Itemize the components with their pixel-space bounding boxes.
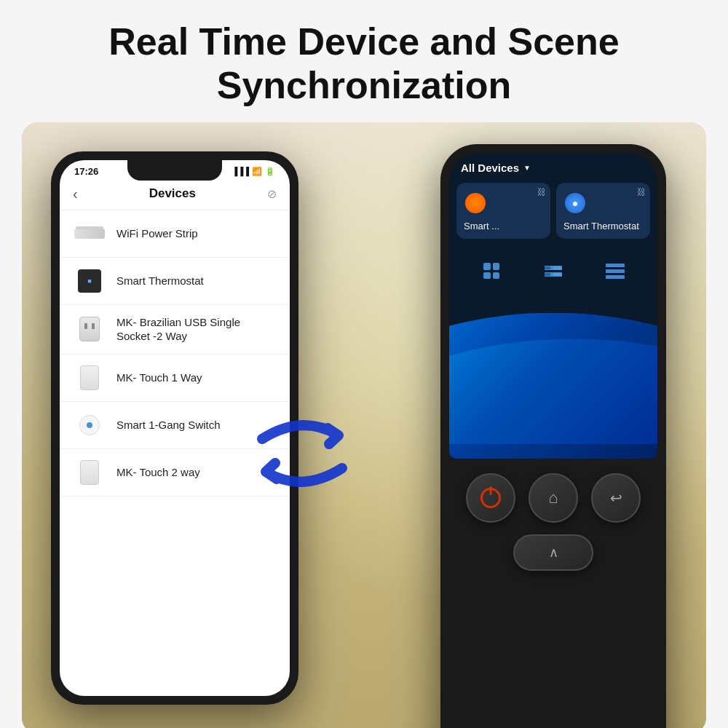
remote-buttons-area: ⌂ ↩ ∧: [449, 459, 657, 578]
list-item[interactable]: ■ Smart Thermostat: [60, 258, 290, 305]
list-item[interactable]: MK- Brazilian USB Single Socket -2 Way: [60, 305, 290, 355]
remote-header[interactable]: All Devices ▼: [449, 153, 657, 180]
strip-icon: [74, 229, 105, 239]
nav-pad[interactable]: ∧: [513, 534, 593, 571]
main-content-area: 17:26 ▐▐▐ 📶 🔋 ‹ Devices ⊘: [22, 122, 706, 728]
list-item[interactable]: WiFi Power Strip: [60, 210, 290, 258]
all-devices-label: All Devices: [461, 162, 519, 174]
back-icon: ↩: [610, 489, 622, 507]
list-nav-icon[interactable]: [539, 261, 567, 281]
device-cards: ⛓ Smart ... ⛓ ● Smart Thermostat: [449, 180, 657, 247]
page-title: Real Time Device and Scene Synchronizati…: [0, 0, 728, 122]
device-icon-box: [73, 221, 106, 247]
battery-icon: 🔋: [265, 167, 275, 176]
device-icon-box: ■: [73, 268, 106, 294]
menu-nav-icon[interactable]: [601, 261, 629, 281]
card-link-icon2: ⛓: [637, 187, 646, 197]
settings-icon[interactable]: ⊘: [267, 187, 277, 201]
device-icon-box: [73, 316, 106, 342]
device-name: WiFi Power Strip: [116, 226, 198, 241]
card-icon-blue: ●: [563, 191, 587, 215]
thermostat-icon: ■: [78, 269, 101, 293]
status-icons: ▐▐▐ 📶 🔋: [232, 167, 275, 176]
device-name: MK- Brazilian USB Single Socket -2 Way: [116, 315, 277, 344]
card-link-icon: ⛓: [537, 187, 546, 197]
status-time: 17:26: [74, 166, 98, 177]
touch2-icon: [80, 460, 99, 485]
hw-buttons-row: ⌂ ↩: [466, 473, 641, 523]
remote-screen: All Devices ▼ ⛓ Smart ... ⛓ ●: [449, 153, 657, 459]
up-arrow-icon: ∧: [549, 545, 558, 561]
home-icon: ⌂: [548, 488, 558, 507]
card-label: Smart Thermostat: [563, 221, 643, 232]
remote-device: All Devices ▼ ⛓ Smart ... ⛓ ●: [440, 144, 666, 728]
back-button[interactable]: ‹: [73, 186, 78, 202]
phone-notch: [127, 160, 222, 181]
sync-arrows-overlay: [248, 399, 357, 508]
device-name: Smart Thermostat: [116, 274, 204, 288]
nav-title: Devices: [149, 186, 196, 201]
dropdown-arrow-icon: ▼: [523, 164, 531, 172]
gang-icon: [79, 415, 100, 435]
device-card[interactable]: ⛓ Smart ...: [456, 183, 550, 240]
device-card[interactable]: ⛓ ● Smart Thermostat: [556, 183, 650, 240]
remote-bottom-nav: [449, 253, 657, 290]
wifi-icon: 📶: [252, 167, 262, 176]
sync-icon: [248, 399, 357, 508]
device-icon-box: [73, 412, 106, 438]
home-button[interactable]: ⌂: [529, 473, 578, 523]
touch-icon: [80, 365, 99, 390]
socket-icon: [79, 317, 100, 341]
device-name: MK- Touch 2 way: [116, 465, 200, 480]
device-icon-box: [73, 365, 106, 391]
list-item[interactable]: MK- Touch 1 Way: [60, 355, 290, 402]
device-name: MK- Touch 1 Way: [116, 371, 202, 385]
power-button[interactable]: [466, 473, 515, 523]
card-label: Smart ...: [464, 221, 543, 232]
nav-bar: ‹ Devices ⊘: [60, 180, 290, 210]
back-button-hw[interactable]: ↩: [591, 473, 641, 523]
card-icon-orange: [464, 191, 487, 215]
power-icon: [480, 488, 501, 508]
grid-nav-icon[interactable]: [478, 261, 505, 281]
device-icon-box: [73, 459, 106, 486]
signal-icon: ▐▐▐: [232, 167, 249, 175]
device-name: Smart 1-Gang Switch: [116, 418, 221, 432]
